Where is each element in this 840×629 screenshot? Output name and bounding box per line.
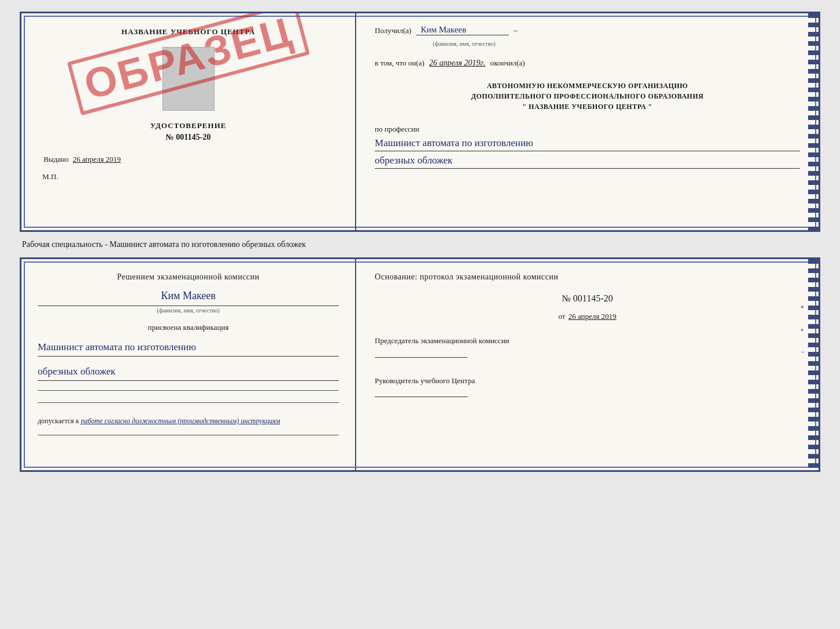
predsedatel-block: Председатель экзаменационной комиссии [375,335,800,360]
fio-sub-row: (фамилия, имя, отчество) [375,40,800,47]
separator-label: Рабочая специальность - Машинист автомат… [20,240,308,249]
predsedatel-label: Председатель экзаменационной комиссии [375,335,800,347]
po-professii-label: по профессии [375,125,800,134]
line-spacer-2 [38,402,339,403]
org-name: " НАЗВАНИЕ УЧЕБНОГО ЦЕНТРА " [375,101,800,112]
bottom-right-panel: Основание: протокол экзаменационной коми… [356,259,819,470]
prisvoena-text: присвоена квалификация [38,323,339,332]
profession-line1: Машинист автомата по изготовлению [375,135,800,151]
poluchil-label: Получил(a) [375,26,411,35]
vtom-row: в том, что он(а) 26 апреля 2019г. окончи… [375,59,800,68]
right-decorative-top: и а ← [808,13,819,230]
org-block: АВТОНОМНУЮ НЕКОММЕРЧЕСКУЮ ОРГАНИЗАЦИЮ ДО… [375,81,800,112]
udostoverenie-label: УДОСТОВЕРЕНИЕ [150,121,226,130]
vydano-label: Выдано [44,155,68,163]
top-left-panel: НАЗВАНИЕ УЧЕБНОГО ЦЕНТРА УДОСТОВЕРЕНИЕ №… [21,13,356,230]
top-certificate: НАЗВАНИЕ УЧЕБНОГО ЦЕНТРА УДОСТОВЕРЕНИЕ №… [20,12,820,232]
side-label-i: и [800,306,806,310]
side-label-arrow: ← [801,349,806,355]
photo-placeholder [162,47,215,111]
bottom-fio-sub: (фамилия, имя, отчество) [38,306,339,314]
profession-block: по профессии Машинист автомата по изгото… [375,125,800,169]
bottom-certificate: Решением экзаменационной комиссии Ким Ма… [20,257,820,472]
rukovoditel-signature-line [375,397,468,397]
school-title-top: НАЗВАНИЕ УЧЕБНОГО ЦЕНТРА [121,27,255,37]
predsedatel-signature-line [375,357,468,358]
osnovanie-text: Основание: протокол экзаменационной коми… [375,271,800,283]
line-spacer-3 [38,435,339,435]
recipient-row: Получил(a) Ким Макеев – [375,25,800,35]
rukovoditel-block: Руководитель учебного Центра [375,375,800,400]
vtom-label: в том, что он(а) [375,59,425,68]
fio-sub-top: (фамилия, имя, отчество) [433,41,495,47]
qualification-line1: Машинист автомата по изготовлению [38,339,339,357]
right-decorative-bottom [808,259,819,470]
dopuskaetsya-block: допускается к работе согласно должностны… [38,417,339,426]
date-prefix: от [559,312,566,321]
vydano-date: 26 апреля 2019 [73,155,121,163]
vtom-date: 26 апреля 2019г. [429,59,486,68]
resheniem-text: Решением экзаменационной комиссии [38,271,339,283]
org-line1: АВТОНОМНУЮ НЕКОММЕРЧЕСКУЮ ОРГАНИЗАЦИЮ [375,81,800,91]
profession-line2: обрезных обложек [375,152,800,169]
qualification-line2: обрезных обложек [38,363,339,381]
udostoverenie-block: УДОСТОВЕРЕНИЕ № 001145-20 [150,121,226,142]
bottom-name-cursive: Ким Макеев [38,290,339,302]
document-container: НАЗВАНИЕ УЧЕБНОГО ЦЕНТРА УДОСТОВЕРЕНИЕ №… [20,12,820,472]
recipient-name: Ким Макеев [416,25,509,35]
dopuskaetsya-label: допускается к [38,417,79,425]
bottom-left-panel: Решением экзаменационной комиссии Ким Ма… [21,259,356,470]
line-spacer-1 [38,390,339,391]
protocol-date: 26 апреля 2019 [569,312,617,321]
protocol-number: № 001145-20 [375,293,800,304]
rukovoditel-label: Руководитель учебного Центра [375,375,800,387]
side-label-a: а [800,329,806,332]
vydano-row: Выдано 26 апреля 2019 [38,155,339,164]
mp-text: М.П. [38,172,58,181]
okonchil-label: окончил(а) [490,59,525,68]
protocol-date-row: от 26 апреля 2019 [375,312,800,321]
dopuskaetsya-cursive: работе согласно должностным (производств… [81,417,280,425]
org-line2: ДОПОЛНИТЕЛЬНОГО ПРОФЕССИОНАЛЬНОГО ОБРАЗО… [375,91,800,101]
cert-number-top: № 001145-20 [150,133,226,142]
top-right-panel: Получил(a) Ким Макеев – (фамилия, имя, о… [356,13,819,230]
